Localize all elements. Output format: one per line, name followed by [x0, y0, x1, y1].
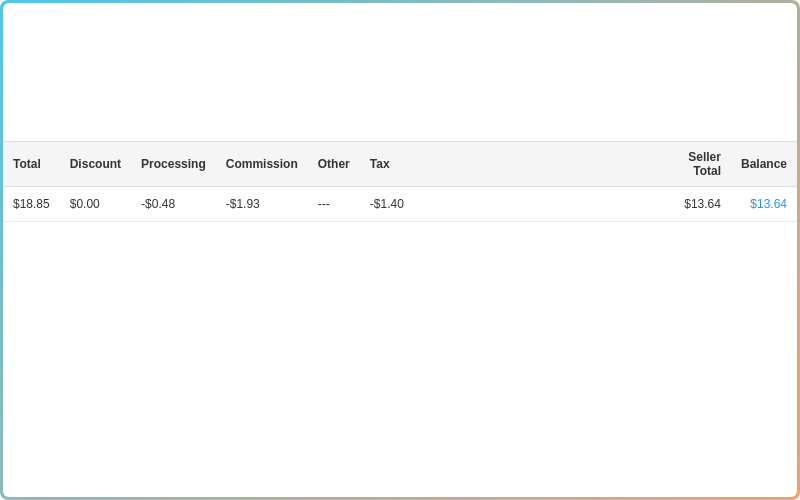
th-commission: Commission: [216, 141, 308, 186]
th-other: Other: [308, 141, 360, 186]
inner-container: Total Discount Processing Commission Oth…: [3, 3, 797, 497]
th-seller-total: Seller Total: [674, 141, 731, 186]
cell-tax: -$1.40: [360, 186, 414, 221]
table-header-row: Total Discount Processing Commission Oth…: [3, 141, 797, 186]
th-total: Total: [3, 141, 60, 186]
th-spacer: [414, 141, 674, 186]
top-spacer: [3, 3, 797, 141]
table-wrapper: Total Discount Processing Commission Oth…: [3, 141, 797, 222]
cell-total: $18.85: [3, 186, 60, 221]
table-row: $18.85 $0.00 -$0.48 -$1.93 --- -$1.40 $1…: [3, 186, 797, 221]
cell-commission: -$1.93: [216, 186, 308, 221]
th-discount: Discount: [60, 141, 131, 186]
cell-processing: -$0.48: [131, 186, 216, 221]
financial-table: Total Discount Processing Commission Oth…: [3, 141, 797, 222]
th-processing: Processing: [131, 141, 216, 186]
table-section: Total Discount Processing Commission Oth…: [3, 141, 797, 222]
cell-balance: $13.64: [731, 186, 797, 221]
th-balance: Balance: [731, 141, 797, 186]
cell-seller-total: $13.64: [674, 186, 731, 221]
bottom-spacer: [3, 222, 797, 497]
cell-spacer: [414, 186, 674, 221]
cell-discount: $0.00: [60, 186, 131, 221]
outer-border: Total Discount Processing Commission Oth…: [0, 0, 800, 500]
th-tax: Tax: [360, 141, 414, 186]
cell-other: ---: [308, 186, 360, 221]
